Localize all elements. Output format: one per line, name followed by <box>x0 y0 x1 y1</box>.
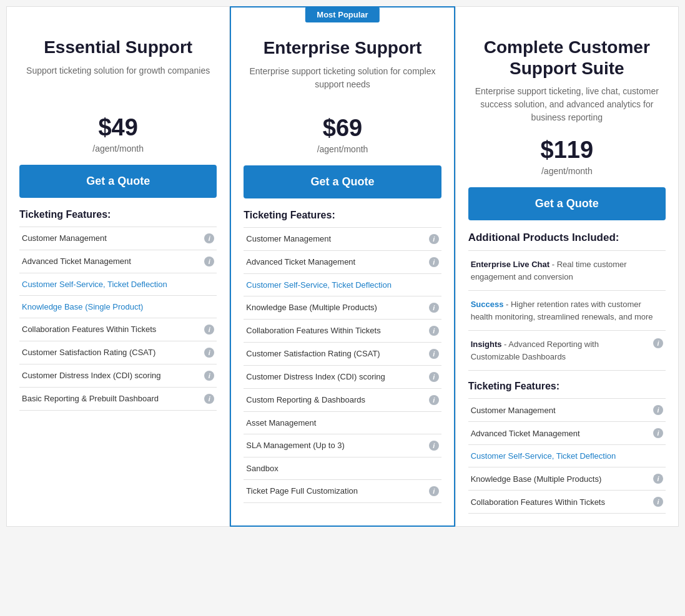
feature-text: Customer Distress Index (CDI) scoring <box>22 371 161 380</box>
info-icon[interactable]: i <box>429 349 439 359</box>
feature-text: Customer Self-Service, Ticket Deflection <box>471 451 616 461</box>
info-icon[interactable]: i <box>653 428 663 438</box>
feature-text: Customer Self-Service, Ticket Deflection <box>246 280 392 290</box>
feature-item: Custom Reporting & Dashboardsi <box>244 389 441 412</box>
info-icon[interactable]: i <box>429 234 439 244</box>
feature-item: Advanced Ticket Managementi <box>19 250 217 273</box>
feature-text: Knowledge Base (Multiple Products) <box>471 474 602 484</box>
feature-text: Knowledge Base (Single Product) <box>22 302 143 311</box>
feature-list: Customer ManagementiAdvanced Ticket Mana… <box>19 227 217 411</box>
feature-text: Collaboration Features Within Tickets <box>22 325 156 334</box>
info-icon[interactable]: i <box>653 497 663 507</box>
info-icon[interactable]: i <box>429 326 439 336</box>
feature-item: Customer Self-Service, Ticket Deflection <box>468 445 666 467</box>
info-icon[interactable]: i <box>429 395 439 405</box>
feature-link[interactable]: Knowledge Base (Single Product) <box>22 302 143 311</box>
feature-item: Advanced Ticket Managementi <box>244 251 441 274</box>
feature-list: Customer ManagementiAdvanced Ticket Mana… <box>244 227 441 503</box>
feature-item: Customer Managementi <box>468 399 666 422</box>
feature-item: Sandbox <box>244 457 441 480</box>
feature-text: Customer Management <box>246 234 331 243</box>
plan-price: $119 <box>468 137 666 164</box>
info-icon[interactable]: i <box>204 394 214 404</box>
feature-item: Knowledge Base (Multiple Products)i <box>468 467 666 491</box>
feature-link[interactable]: Customer Self-Service, Ticket Deflection <box>471 451 616 461</box>
info-icon[interactable]: i <box>204 325 214 335</box>
feature-item: SLA Management (Up to 3)i <box>244 434 441 457</box>
feature-text: Basic Reporting & Prebuilt Dashboard <box>22 394 159 403</box>
feature-text: Customer Management <box>22 233 107 243</box>
feature-item: Knowledge Base (Single Product) <box>19 296 217 318</box>
feature-text: Customer Management <box>471 406 556 415</box>
feature-item: Customer Distress Index (CDI) scoringi <box>19 364 217 388</box>
feature-text: Customer Satisfaction Rating (CSAT) <box>246 349 380 358</box>
info-icon[interactable]: i <box>204 371 214 381</box>
info-icon[interactable]: i <box>204 257 214 266</box>
feature-item: Customer Satisfaction Rating (CSAT)i <box>19 341 217 364</box>
plan-title: Enterprise Support <box>244 37 441 59</box>
feature-text: Collaboration Features Within Tickets <box>246 326 380 335</box>
feature-text: Advanced Ticket Management <box>246 257 355 266</box>
info-icon[interactable]: i <box>429 441 439 451</box>
plan-price: $69 <box>244 115 441 142</box>
quote-button[interactable]: Get a Quote <box>19 165 217 198</box>
feature-list: Customer ManagementiAdvanced Ticket Mana… <box>468 398 666 514</box>
info-icon[interactable]: i <box>429 486 439 496</box>
feature-item: Customer Self-Service, Ticket Deflection <box>244 274 441 296</box>
feature-item: Advanced Ticket Managementi <box>468 422 666 445</box>
info-icon[interactable]: i <box>653 338 663 348</box>
feature-item: Collaboration Features Within Ticketsi <box>468 491 666 514</box>
features-heading: Ticketing Features: <box>19 209 217 220</box>
pricing-container: Essential SupportSupport ticketing solut… <box>6 6 679 527</box>
additional-item-label: Insights <box>471 340 502 349</box>
feature-item: Ticket Page Full Customizationi <box>244 480 441 503</box>
additional-heading: Additional Products Included: <box>468 232 666 244</box>
feature-text: Sandbox <box>246 464 278 473</box>
feature-text: Asset Management <box>246 418 316 428</box>
feature-item: Collaboration Features Within Ticketsi <box>244 320 441 343</box>
additional-item: Enterprise Live Chat - Real time custome… <box>468 251 666 291</box>
feature-item: Collaboration Features Within Ticketsi <box>19 318 217 341</box>
quote-button[interactable]: Get a Quote <box>244 165 441 198</box>
feature-item: Basic Reporting & Prebuilt Dashboardi <box>19 388 217 411</box>
plan-subtitle: Enterprise support ticketing solution fo… <box>244 65 441 102</box>
additional-item-label: Success <box>471 300 504 309</box>
plan-title: Essential Support <box>19 37 217 58</box>
feature-item: Customer Distress Index (CDI) scoringi <box>244 366 441 389</box>
info-icon[interactable]: i <box>429 303 439 313</box>
plan-subtitle: Support ticketing solution for growth co… <box>19 64 217 102</box>
info-icon[interactable]: i <box>653 474 663 484</box>
feature-text: Collaboration Features Within Tickets <box>471 497 605 507</box>
feature-item: Customer Managementi <box>19 227 217 250</box>
feature-text: Ticket Page Full Customization <box>246 486 358 496</box>
feature-text: Knowledge Base (Multiple Products) <box>246 303 377 312</box>
info-icon[interactable]: i <box>653 405 663 415</box>
feature-text: Customer Distress Index (CDI) scoring <box>246 372 385 381</box>
plan-subtitle: Enterprise support ticketing, live chat,… <box>468 85 666 124</box>
additional-item-label: Enterprise Live Chat <box>471 260 549 269</box>
feature-text: Custom Reporting & Dashboards <box>246 395 365 404</box>
feature-item: Asset Management <box>244 412 441 434</box>
info-icon[interactable]: i <box>429 372 439 382</box>
feature-text: Advanced Ticket Management <box>22 257 131 266</box>
info-icon[interactable]: i <box>429 257 439 267</box>
feature-item: Knowledge Base (Multiple Products)i <box>244 296 441 320</box>
info-icon[interactable]: i <box>204 233 214 243</box>
feature-text: Advanced Ticket Management <box>471 429 580 438</box>
feature-link[interactable]: Customer Self-Service, Ticket Deflection <box>22 280 167 289</box>
quote-button[interactable]: Get a Quote <box>468 187 666 220</box>
feature-item: Customer Managementi <box>244 228 441 251</box>
info-icon[interactable]: i <box>204 348 214 358</box>
plan-period: /agent/month <box>244 144 441 154</box>
feature-text: Customer Satisfaction Rating (CSAT) <box>22 348 155 357</box>
feature-link[interactable]: Customer Self-Service, Ticket Deflection <box>246 280 392 290</box>
features-heading: Ticketing Features: <box>244 210 441 221</box>
plan-period: /agent/month <box>19 144 217 154</box>
plan-badge: Most Popular <box>305 7 379 22</box>
additional-item: Insights - Advanced Reporting with Custo… <box>468 331 666 371</box>
additional-list: Enterprise Live Chat - Real time custome… <box>468 250 666 371</box>
plan-period: /agent/month <box>468 166 666 176</box>
features-heading: Ticketing Features: <box>468 381 666 392</box>
plan-enterprise-support: Most PopularEnterprise SupportEnterprise… <box>230 6 455 527</box>
feature-text: SLA Management (Up to 3) <box>246 441 345 450</box>
